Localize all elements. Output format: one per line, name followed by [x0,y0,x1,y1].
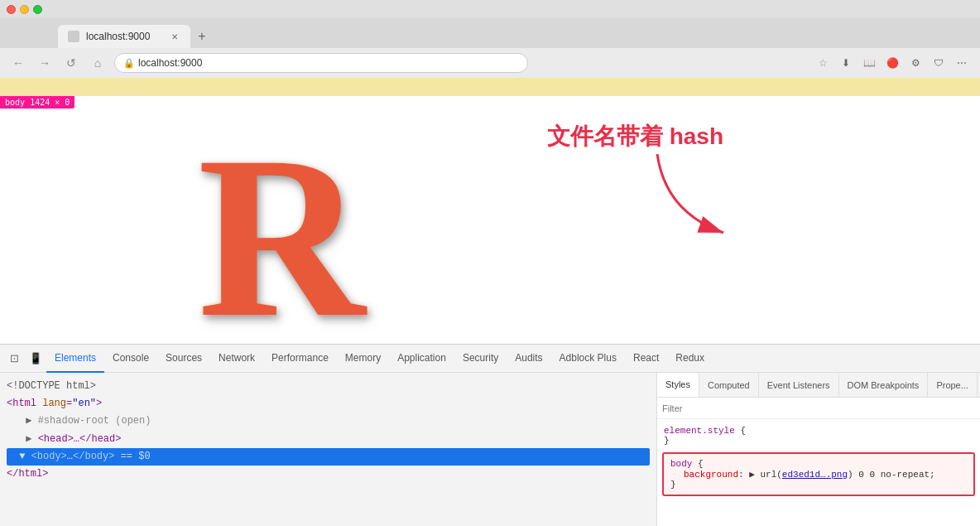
devtools-device-icon[interactable]: 📱 [25,348,46,369]
styles-panel: Styles Computed Event Listeners DOM Brea… [657,373,980,526]
tab-memory-label: Memory [345,352,381,364]
dom-line-html: <html lang="en"> [7,395,650,413]
tab-adblock-plus-label: Adblock Plus [560,352,617,364]
address-bar: ← → ↺ ⌂ 🔒 localhost:9000 ☆ ⬇ 📖 🔴 ⚙ 🛡 ⋯ [0,48,980,78]
body-close-tag: </body> [73,451,114,462]
dom-line-shadow[interactable]: ▶ #shadow-root (open) [7,413,650,430]
tab-memory[interactable]: Memory [337,345,389,373]
dom-line-html-close: </html> [7,466,650,483]
element-style-rule: element.style { } [657,422,980,449]
webpage-area: body 1424 × 0 R 文件名带着 hash [0,96,980,344]
tab-react[interactable]: React [625,345,667,373]
extension-icon-1[interactable]: 📖 [859,53,879,73]
body-size-label: 1424 × 0 [30,98,70,107]
shadow-text: #shadow-root (open) [38,415,151,427]
body-rule-close: } [670,480,967,490]
dom-line-head[interactable]: ▶ <head>…</head> [7,431,650,448]
forward-button[interactable]: → [35,53,55,73]
element-style-close: } [664,436,973,446]
minimize-button[interactable] [20,5,29,14]
back-button[interactable]: ← [8,53,28,73]
tab-sources[interactable]: Sources [157,345,210,373]
extension-icon-3[interactable]: ⚙ [906,53,925,73]
tab-favicon [68,31,79,42]
tab-sources-label: Sources [166,352,202,364]
body-tooltip: body 1424 × 0 [0,96,74,109]
properties-tab[interactable]: Prope... [928,373,978,398]
devtools-body: <!DOCTYPE html> <html lang="en"> ▶ #shad… [0,373,980,526]
dom-breakpoints-tab[interactable]: DOM Breakpoints [839,373,929,398]
title-bar [0,0,980,18]
body-tag-label: body [5,98,25,107]
tab-redux[interactable]: Redux [667,345,713,373]
background-prop: background: ▶ url(ed3ed1d….png) 0 0 no-r… [670,469,967,480]
tab-bar: localhost:9000 ✕ + [0,18,980,48]
new-tab-button[interactable]: + [190,25,214,48]
body-ellipsis: … [67,451,73,462]
computed-tab-label: Computed [708,380,750,390]
head-tag: <head>…</head> [38,433,122,445]
bg-arrow[interactable]: ▶ [749,470,755,480]
computed-tab[interactable]: Computed [699,373,759,398]
tab-console-label: Console [113,352,149,364]
security-icon: 🔒 [123,58,135,69]
dom-panel: <!DOCTYPE html> <html lang="en"> ▶ #shad… [0,373,657,526]
bookmark-icon[interactable]: ☆ [813,53,833,73]
tab-application[interactable]: Application [389,345,454,373]
r-logo: R [124,113,439,344]
tab-performance[interactable]: Performance [263,345,337,373]
styles-content: element.style { } body { [657,419,980,526]
lang-attr: lang [42,398,66,409]
tab-audits-label: Audits [515,352,542,364]
close-button[interactable] [7,5,16,14]
tab-elements[interactable]: Elements [46,345,104,373]
tab-audits[interactable]: Audits [507,345,550,373]
event-listeners-tab[interactable]: Event Listeners [759,373,839,398]
event-listeners-tab-label: Event Listeners [767,380,830,390]
browser-frame: localhost:9000 ✕ + ← → ↺ ⌂ 🔒 localhost:9… [0,0,980,526]
dom-line-doctype: <!DOCTYPE html> [7,378,650,395]
maximize-button[interactable] [33,5,42,14]
extension-icon-4[interactable]: 🛡 [929,53,949,73]
bg-url[interactable]: ed3ed1d….png [782,470,848,480]
dom-breakpoints-tab-label: DOM Breakpoints [848,380,920,390]
lang-val: "en" [72,398,96,409]
extension-icon-2[interactable]: 🔴 [882,53,902,73]
body-selector-line: body { [670,459,967,469]
tab-performance-label: Performance [271,352,329,364]
body-eq0: == $0 [121,451,151,462]
browser-tab[interactable]: localhost:9000 ✕ [58,25,190,48]
tab-security[interactable]: Security [454,345,507,373]
tab-close-button[interactable]: ✕ [169,31,180,42]
address-input[interactable]: 🔒 localhost:9000 [114,53,528,73]
extension-icon-5[interactable]: ⋯ [952,53,972,73]
home-button[interactable]: ⌂ [88,53,108,73]
body-arrow[interactable]: ▼ [19,451,31,462]
styles-tab[interactable]: Styles [657,373,699,398]
tab-title: localhost:9000 [86,31,150,42]
shadow-arrow[interactable]: ▶ [26,415,31,427]
reload-button[interactable]: ↺ [61,53,81,73]
r-letter: R [198,121,365,344]
tab-network-label: Network [219,352,255,364]
html-close-tag: </html> [7,468,48,480]
devtools-select-icon[interactable]: ⊡ [3,348,25,369]
properties-tab-label: Prope... [936,380,968,390]
body-style-rule: body { background: ▶ url(ed3ed1d….png) 0… [662,452,975,496]
tab-console[interactable]: Console [104,345,157,373]
tab-network[interactable]: Network [210,345,263,373]
tab-redux-label: Redux [675,352,704,364]
traffic-lights [7,5,42,14]
tab-react-label: React [633,352,659,364]
download-icon[interactable]: ⬇ [836,53,856,73]
doctype-text: <!DOCTYPE html> [7,380,96,392]
dom-line-body[interactable]: ▼ <body>…</body> == $0 [7,448,650,466]
html-close: > [96,398,102,409]
toolbar-icons: ☆ ⬇ 📖 🔴 ⚙ 🛡 ⋯ [813,53,972,73]
body-open-tag: <body> [31,451,67,462]
annotation-text: 文件名带着 hash [547,121,723,152]
tab-security-label: Security [463,352,498,364]
head-arrow[interactable]: ▶ [26,433,31,445]
filter-input[interactable] [662,403,975,413]
tab-adblock-plus[interactable]: Adblock Plus [551,345,625,373]
